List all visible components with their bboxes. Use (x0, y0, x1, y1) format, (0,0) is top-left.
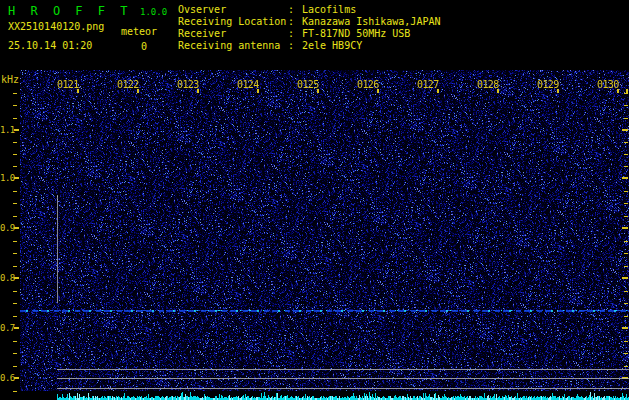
freq-minor-tick (624, 266, 628, 267)
freq-minor-tick (13, 266, 17, 267)
freq-minor-tick (13, 316, 17, 317)
freq-major-tick (622, 327, 628, 329)
freq-minor-tick (13, 353, 17, 354)
freq-minor-tick (624, 303, 628, 304)
info-separator: : (288, 28, 302, 40)
time-tick (437, 89, 439, 93)
output-filename: XX2510140120.png (8, 21, 104, 32)
freq-minor-tick (13, 241, 17, 242)
reference-line (57, 378, 629, 379)
freq-tick-label: 0.9 (0, 223, 14, 233)
freq-minor-tick (13, 253, 17, 254)
info-label: Receiver (178, 28, 288, 40)
info-value: Lacofilms (302, 4, 356, 15)
freq-unit-label: kHz (1, 74, 19, 85)
hrofft-window: H R O F F T 1.0.0 XX2510140120.png meteo… (0, 0, 629, 400)
time-tick-label: 0127 (417, 79, 439, 90)
station-info-row: Receiver:FT-817ND 50MHz USB (178, 28, 618, 40)
freq-tick-label: 1.1 (0, 125, 14, 135)
freq-minor-tick (624, 316, 628, 317)
info-separator: : (288, 16, 302, 28)
info-label: Receiving Location (178, 16, 288, 28)
time-tick (77, 89, 79, 93)
time-tick-label: 0128 (477, 79, 499, 90)
time-tick-label: 0129 (537, 79, 559, 90)
freq-minor-tick (13, 93, 17, 94)
mode-label: meteor (121, 26, 157, 37)
info-value: 2ele HB9CY (302, 40, 362, 51)
freq-major-tick (622, 177, 628, 179)
info-separator: : (288, 40, 302, 52)
info-label: Receiving antenna (178, 40, 288, 52)
freq-minor-tick (13, 191, 17, 192)
freq-minor-tick (13, 166, 17, 167)
freq-minor-tick (624, 203, 628, 204)
time-tick (497, 89, 499, 93)
meteor-count: 0 (141, 41, 147, 52)
freq-minor-tick (13, 154, 17, 155)
freq-minor-tick (624, 118, 628, 119)
time-tick-label: 0124 (237, 79, 259, 90)
freq-minor-tick (13, 142, 17, 143)
freq-tick-label: 0.8 (0, 273, 14, 283)
freq-minor-tick (624, 291, 628, 292)
freq-minor-tick (13, 291, 17, 292)
freq-minor-tick (624, 166, 628, 167)
time-tick (557, 89, 559, 93)
freq-major-tick (14, 227, 19, 229)
freq-minor-tick (13, 118, 17, 119)
app-title: H R O F F T (8, 4, 131, 18)
info-value: Kanazawa Ishikawa,JAPAN (302, 16, 440, 27)
time-tick (317, 89, 319, 93)
noise-level-trace (57, 391, 629, 400)
time-tick-label: 0125 (297, 79, 319, 90)
info-value: FT-817ND 50MHz USB (302, 28, 410, 39)
time-tick (197, 89, 199, 93)
freq-minor-tick (624, 241, 628, 242)
freq-major-tick (14, 327, 19, 329)
reference-line (57, 388, 629, 389)
reference-line (57, 369, 629, 370)
freq-tick-label: 0.6 (0, 373, 14, 383)
app-version: 1.0.0 (140, 7, 167, 17)
freq-tick-label: 0.7 (0, 323, 14, 333)
freq-major-tick (622, 129, 628, 131)
left-edge-marker-line (57, 195, 58, 303)
freq-minor-tick (13, 216, 17, 217)
info-label: Ovserver (178, 4, 288, 16)
freq-minor-tick (624, 142, 628, 143)
time-tick-label: 0121 (57, 79, 79, 90)
time-tick-label: 0130 (597, 79, 619, 90)
time-tick-label: 0123 (177, 79, 199, 90)
freq-minor-tick (13, 303, 17, 304)
station-info-block: Ovserver:LacofilmsReceiving Location:Kan… (178, 4, 618, 52)
freq-minor-tick (624, 253, 628, 254)
time-tick (137, 89, 139, 93)
freq-minor-tick (13, 366, 17, 367)
freq-minor-tick (624, 154, 628, 155)
freq-minor-tick (13, 105, 17, 106)
spectrogram-canvas (20, 70, 629, 391)
time-tick (617, 89, 619, 93)
freq-minor-tick (624, 353, 628, 354)
freq-major-tick (14, 177, 19, 179)
freq-minor-tick (624, 366, 628, 367)
station-info-row: Receiving antenna:2ele HB9CY (178, 40, 618, 52)
time-tick (377, 89, 379, 93)
freq-minor-tick (13, 203, 17, 204)
time-tick (257, 89, 259, 93)
freq-minor-tick (13, 391, 17, 392)
freq-major-tick (14, 377, 19, 379)
station-info-row: Receiving Location:Kanazawa Ishikawa,JAP… (178, 16, 618, 28)
info-separator: : (288, 4, 302, 16)
freq-minor-tick (624, 93, 628, 94)
station-info-row: Ovserver:Lacofilms (178, 4, 618, 16)
freq-major-tick (14, 129, 19, 131)
time-tick-label: 0122 (117, 79, 139, 90)
freq-minor-tick (13, 341, 17, 342)
freq-minor-tick (624, 341, 628, 342)
datetime-label: 25.10.14 01:20 (8, 40, 92, 51)
freq-minor-tick (624, 105, 628, 106)
carrier-signal-line (20, 310, 629, 312)
time-tick-label: 0126 (357, 79, 379, 90)
